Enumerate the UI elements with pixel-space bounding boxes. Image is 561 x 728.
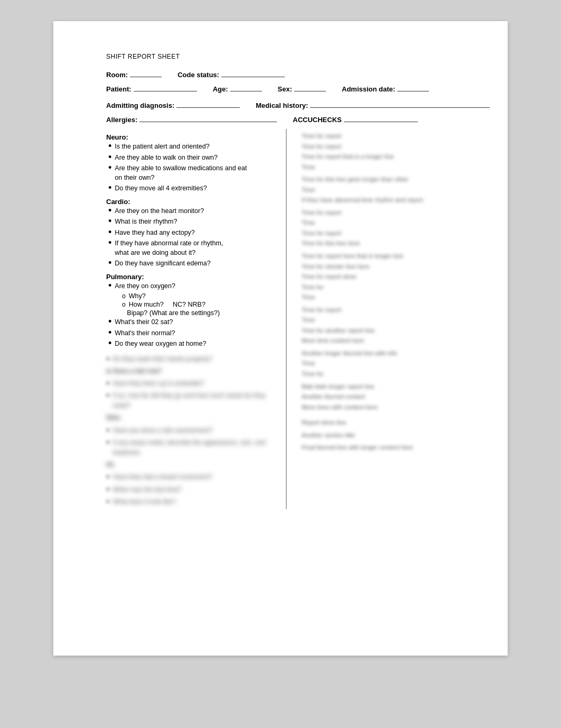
list-item: • Do they have significant edema? xyxy=(106,259,270,269)
blurred-right-line: Time for report here that is longer text xyxy=(302,251,465,262)
list-item: • Is the patient alert and oriented? xyxy=(106,142,270,152)
list-item: • What's their normal? xyxy=(106,329,270,338)
admitting-diagnosis-field: Admitting diagnosis: xyxy=(106,100,240,109)
neuro-heading: Neuro: xyxy=(106,133,270,141)
blurred-right-line: Time for report xyxy=(302,305,465,316)
accuchecks-value[interactable] xyxy=(344,115,418,122)
blurred-right-line: More time content here xyxy=(302,336,465,346)
admitting-diagnosis-label: Admitting diagnosis: xyxy=(106,102,174,109)
room-value[interactable] xyxy=(130,70,162,77)
list-item: • Are they on oxygen? xyxy=(106,282,270,291)
patient-label: Patient: xyxy=(106,85,132,93)
blurred-right-line: Time for report xyxy=(302,142,465,152)
bullet-icon: • xyxy=(108,317,111,326)
bullet-icon: • xyxy=(108,183,111,192)
bullet-icon: • xyxy=(108,206,111,215)
blurred-right-line: Time xyxy=(302,358,465,369)
blurred-right-line: Another section title xyxy=(302,430,465,441)
sex-label: Sex: xyxy=(278,85,292,93)
list-item: • What is their rhythm? xyxy=(106,217,270,227)
medical-history-field: Medical history: xyxy=(256,100,490,109)
blurred-right-line: Time for this line here xyxy=(302,238,465,249)
sub-list-item: o Why? xyxy=(122,292,270,300)
checklist-left: Neuro: • Is the patient alert and orient… xyxy=(106,129,275,509)
blurred-right-line: Report done line xyxy=(302,418,465,428)
checklist-section: Neuro: • Is the patient alert and orient… xyxy=(106,129,465,509)
patient-field: Patient: xyxy=(106,84,197,93)
bullet-icon: • xyxy=(108,281,111,290)
sub-list-item: Bipap? (What are the settings?) xyxy=(122,309,270,317)
sex-value[interactable] xyxy=(294,84,326,91)
age-value[interactable] xyxy=(230,84,262,91)
page-title: SHIFT REPORT SHEET xyxy=(106,53,465,60)
blurred-right-line: Time for another report line xyxy=(302,326,465,336)
bullet-icon: • xyxy=(108,238,111,247)
admission-date-value[interactable] xyxy=(397,84,429,91)
admission-date-field: Admission date: xyxy=(342,84,429,93)
allergies-field: Allergies: xyxy=(106,115,277,124)
blurred-right-line: Time for this line goes longer than othe… xyxy=(302,174,465,185)
list-item: • If they have abnormal rate or rhythm,w… xyxy=(106,239,270,257)
blurred-right-line: Time for xyxy=(302,369,465,380)
sub-bullet-icon xyxy=(122,309,124,317)
sub-list-item: o How much? NC? NRB? xyxy=(122,301,270,308)
room-field: Room: xyxy=(106,70,162,79)
bullet-icon: • xyxy=(108,216,111,226)
list-item: • Are they on the heart monitor? xyxy=(106,207,270,216)
blurred-right-line xyxy=(302,412,465,418)
medical-history-value[interactable] xyxy=(310,100,490,108)
list-item: • What's their 02 sat? xyxy=(106,318,270,327)
bullet-icon: • xyxy=(108,338,111,348)
blurred-right-line: Time xyxy=(302,185,465,196)
admission-date-label: Admission date: xyxy=(342,85,395,93)
list-item: • Are they able to swallow medications a… xyxy=(106,164,270,182)
code-status-value[interactable] xyxy=(221,70,285,77)
age-label: Age: xyxy=(213,85,228,93)
blurred-right-line: Time xyxy=(302,292,465,303)
bullet-icon: • xyxy=(108,152,111,162)
blurred-right-line: Time for report xyxy=(302,131,465,142)
room-label: Room: xyxy=(106,71,128,79)
blurred-right-line: Time for report xyxy=(302,228,465,239)
accuchecks-label: ACCUCHECKS xyxy=(293,116,341,124)
bullet-icon: • xyxy=(108,141,111,151)
blurred-right-line: Time for report that is a longer line xyxy=(302,152,465,162)
bullet-icon: • xyxy=(108,163,111,172)
patient-value[interactable] xyxy=(134,84,197,91)
blurred-right-line: Time for report xyxy=(302,208,465,218)
bullet-icon: • xyxy=(108,227,111,237)
row-diagnosis: Admitting diagnosis: Medical history: xyxy=(106,100,465,109)
cardio-heading: Cardio: xyxy=(106,198,270,206)
blurred-right-line: Time for report done xyxy=(302,272,465,282)
admitting-diagnosis-value[interactable] xyxy=(176,100,240,108)
blurred-right-line: Time xyxy=(302,218,465,228)
age-field: Age: xyxy=(213,84,262,93)
row-allergies: Allergies: ACCUCHECKS xyxy=(106,115,465,124)
blurred-right-line: Time xyxy=(302,162,465,173)
blurred-right-line: If they have abnormal time rhythm and re… xyxy=(302,195,465,206)
blurred-right-line: Another longer blurred line with info xyxy=(302,348,465,359)
sex-field: Sex: xyxy=(278,84,326,93)
list-item: • Have they had any ectopy? xyxy=(106,228,270,238)
blurred-right-line: Time for shorter line here xyxy=(302,262,465,272)
blurred-right-line: Final blurred line with longer content h… xyxy=(302,443,465,453)
sub-bullet-icon: o xyxy=(122,292,126,300)
blurred-right-line: Time for xyxy=(302,282,465,293)
code-status-label: Code status: xyxy=(177,71,219,79)
allergies-label: Allergies: xyxy=(106,116,137,124)
list-item: • Are they able to walk on their own? xyxy=(106,153,270,163)
blurred-right-line: Another blurred content xyxy=(302,392,465,402)
document-page: SHIFT REPORT SHEET Room: Code status: Pa… xyxy=(53,21,508,656)
blurred-right-line: More lines with content here xyxy=(302,402,465,413)
blurred-left-content: • Do they wash their hands properly? Is … xyxy=(106,354,270,507)
list-item: • Do they wear oxygen at home? xyxy=(106,339,270,349)
checklist-right-blurred: Time for report Time for report Time for… xyxy=(286,129,465,509)
row-room-code: Room: Code status: xyxy=(106,70,465,79)
allergies-value[interactable] xyxy=(139,115,277,122)
list-item: • Do they move all 4 extremities? xyxy=(106,184,270,193)
code-status-field: Code status: xyxy=(177,70,285,79)
medical-history-label: Medical history: xyxy=(256,102,308,109)
bullet-icon: • xyxy=(108,328,111,337)
sub-bullet-icon: o xyxy=(122,301,126,308)
blurred-right-line: Time xyxy=(302,315,465,326)
